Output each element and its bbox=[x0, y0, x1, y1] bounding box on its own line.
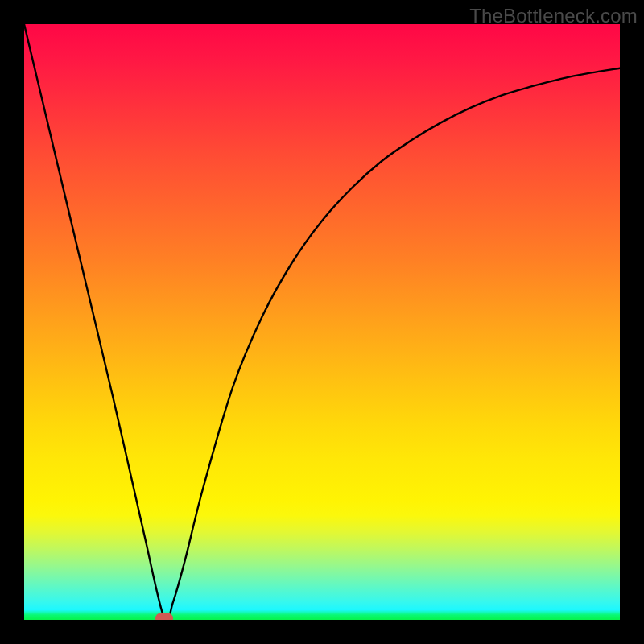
plot-area bbox=[24, 24, 620, 620]
minimum-marker bbox=[155, 613, 173, 620]
curve-layer bbox=[24, 24, 620, 620]
watermark-text: TheBottleneck.com bbox=[469, 5, 638, 27]
bottleneck-curve bbox=[24, 24, 620, 620]
chart-frame: TheBottleneck.com bbox=[0, 0, 644, 644]
